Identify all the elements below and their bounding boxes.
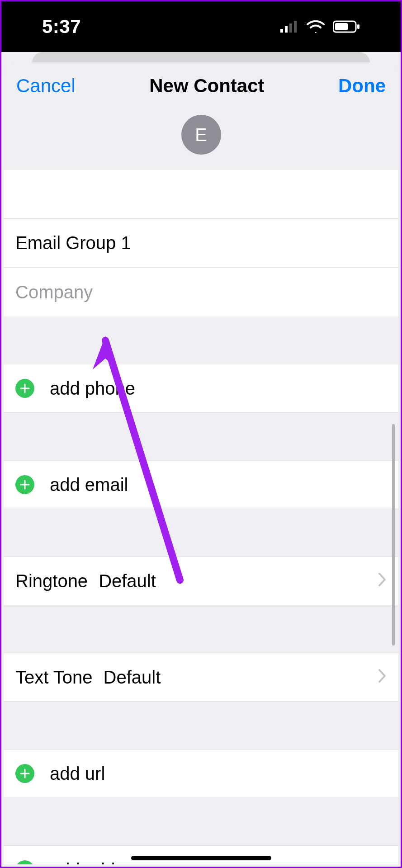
contact-avatar[interactable]: E — [181, 115, 221, 155]
section-gap — [4, 509, 398, 557]
ringtone-row[interactable]: Ringtone Default — [4, 557, 398, 605]
chevron-right-icon — [378, 571, 387, 591]
svg-rect-2 — [289, 24, 292, 33]
chevron-right-icon — [378, 667, 387, 688]
name-row[interactable] — [4, 219, 398, 268]
home-indicator[interactable] — [131, 856, 271, 860]
add-address-label: add address — [50, 860, 149, 865]
cellular-icon — [280, 21, 298, 33]
add-url-label: add url — [50, 764, 105, 784]
name-row-top-sliver — [4, 170, 398, 219]
url-section: add url — [4, 749, 398, 798]
section-gap — [4, 605, 398, 653]
plus-icon — [15, 764, 34, 783]
email-section: add email — [4, 460, 398, 509]
ringtone-label: Ringtone — [15, 571, 99, 591]
section-gap — [4, 316, 398, 364]
add-email-label: add email — [50, 475, 128, 495]
wifi-icon — [307, 20, 325, 33]
address-section: add address — [4, 845, 398, 864]
add-address-row[interactable]: add address — [4, 845, 398, 864]
company-field[interactable] — [15, 282, 387, 302]
section-gap — [4, 413, 398, 460]
sheet-navbar: Cancel New Contact Done — [4, 62, 398, 103]
page-title: New Contact — [149, 75, 264, 97]
ringtone-value: Default — [99, 571, 156, 591]
new-contact-sheet: Cancel New Contact Done E — [4, 62, 398, 864]
avatar-initial: E — [195, 125, 207, 145]
svg-rect-3 — [294, 21, 297, 33]
add-email-row[interactable]: add email — [4, 460, 398, 509]
texttone-row[interactable]: Text Tone Default — [4, 653, 398, 702]
done-button[interactable]: Done — [338, 75, 386, 97]
cancel-button[interactable]: Cancel — [16, 75, 76, 97]
plus-icon — [15, 379, 34, 398]
texttone-label: Text Tone — [15, 667, 104, 688]
status-time: 5:37 — [42, 16, 81, 38]
add-phone-label: add phone — [50, 378, 135, 399]
scroll-indicator[interactable] — [392, 424, 395, 646]
company-row[interactable] — [4, 268, 398, 316]
name-field[interactable] — [15, 233, 387, 253]
texttone-section: Text Tone Default — [4, 653, 398, 702]
section-gap — [4, 798, 398, 845]
svg-rect-0 — [280, 29, 283, 33]
section-gap — [4, 702, 398, 749]
add-phone-row[interactable]: add phone — [4, 364, 398, 413]
svg-rect-1 — [285, 26, 288, 33]
svg-rect-5 — [335, 23, 348, 30]
plus-icon — [15, 860, 34, 864]
status-bar: 5:37 — [1, 1, 401, 52]
phone-section: add phone — [4, 364, 398, 413]
texttone-value: Default — [104, 667, 161, 688]
name-section — [4, 170, 398, 316]
ringtone-section: Ringtone Default — [4, 557, 398, 605]
avatar-container: E — [4, 103, 398, 170]
phone-frame: 5:37 — [0, 0, 402, 868]
battery-icon — [333, 20, 360, 33]
svg-rect-6 — [357, 24, 359, 29]
plus-icon — [15, 475, 34, 494]
status-icons — [280, 20, 360, 33]
add-url-row[interactable]: add url — [4, 749, 398, 798]
